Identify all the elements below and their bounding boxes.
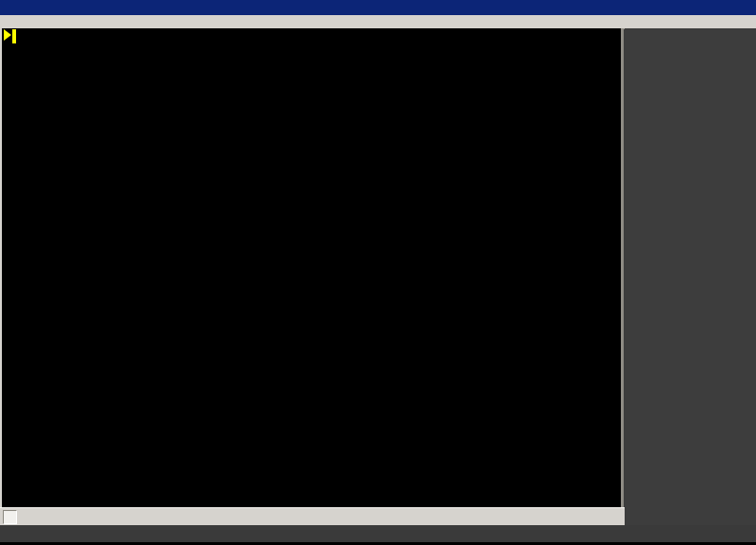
instrument-status-bar xyxy=(0,525,756,545)
status-bar-right xyxy=(617,509,620,524)
channel-number-badge xyxy=(3,510,17,524)
status-bar xyxy=(0,507,625,526)
window-titlebar xyxy=(0,0,756,15)
window-border-left xyxy=(0,28,2,525)
trace-header xyxy=(4,29,22,43)
softkey-menu xyxy=(625,28,756,525)
analyzer-screen xyxy=(0,0,756,545)
trace-name-badge[interactable] xyxy=(12,29,16,43)
window-border-right xyxy=(621,28,624,525)
menu-bar xyxy=(0,15,756,29)
plot-background xyxy=(2,28,621,507)
active-trace-arrow-icon xyxy=(4,29,11,41)
